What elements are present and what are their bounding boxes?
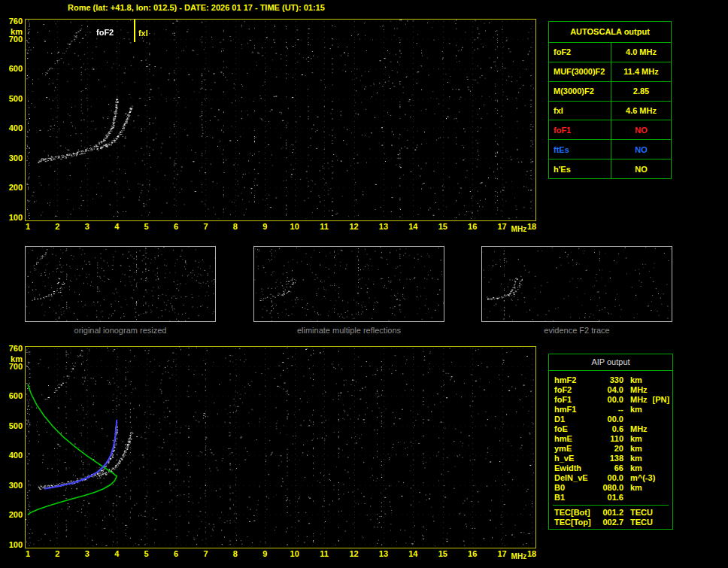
- autoscala-row-value: NO: [611, 159, 671, 178]
- aip-row: ymE20km: [549, 444, 672, 454]
- autoscala-row-label: M(3000)F2: [549, 82, 611, 101]
- autoscala-row-value: 2.85: [611, 82, 671, 101]
- autoscala-row-label: MUF(3000)F2: [549, 62, 611, 81]
- x-tick-label: 2: [55, 550, 59, 558]
- autoscala-row-label: fxI: [549, 102, 611, 120]
- autoscala-row-label: h'Es: [549, 159, 611, 178]
- y-tick-label: 400: [2, 451, 23, 460]
- aip-row-label: hmF2: [549, 375, 601, 385]
- y-tick-label: 700: [2, 35, 23, 44]
- x-tick-label: 2: [55, 223, 59, 231]
- aip-row: foF204.0MHz: [549, 385, 672, 395]
- aip-row-value: 00.0: [601, 473, 623, 483]
- thumbnail-caption-original: original ionogram resized: [25, 326, 216, 335]
- x-tick-label: 16: [468, 550, 477, 558]
- mhz-axis-label: MHz: [511, 225, 527, 233]
- thumbnail-no-multiple-reflections: [253, 246, 444, 322]
- aip-row-label: TEC[Bot]: [549, 508, 601, 518]
- aip-row-label: foE: [549, 424, 601, 434]
- aip-row-value: 00.0: [601, 395, 623, 405]
- aip-row-unit: km: [623, 454, 642, 463]
- aip-table-title: AIP output: [549, 354, 672, 371]
- thumbnail-f2-trace-canvas: [482, 247, 672, 321]
- autoscala-row-label: foF2: [549, 43, 611, 62]
- aip-row-label: D1: [549, 415, 601, 424]
- aip-row: Ewidth66km: [549, 463, 672, 473]
- y-tick-label: 300: [2, 481, 23, 490]
- aip-row-extra: [PN]: [648, 395, 670, 405]
- km-axis-label: km: [2, 28, 23, 36]
- aip-row: h_vE138km: [549, 454, 672, 463]
- aip-row-unit: km: [623, 405, 642, 415]
- autoscala-row-label: ftEs: [549, 140, 611, 159]
- aip-row: B0080.0km: [549, 483, 672, 493]
- x-tick-label: 13: [379, 223, 388, 231]
- y-tick-label: 600: [2, 65, 23, 73]
- x-tick-label: 15: [438, 550, 447, 558]
- aip-row: foE0.6MHz: [549, 424, 672, 434]
- aip-row-value: --: [601, 405, 623, 415]
- x-tick-label: 18: [527, 550, 536, 558]
- x-tick-label: 15: [438, 223, 447, 231]
- y-tick-label: 100: [2, 541, 23, 549]
- aip-row-value: 04.0: [601, 385, 623, 395]
- aip-row: B101.6: [549, 493, 672, 503]
- x-tick-label: 3: [85, 223, 89, 231]
- aip-row-value: 001.2: [601, 508, 623, 518]
- aip-row-unit: m^(-3): [623, 473, 655, 483]
- y-tick-label: 300: [2, 154, 23, 163]
- autoscala-table-title: AUTOSCALA output: [549, 22, 671, 43]
- aip-row: foF100.0MHz[PN]: [549, 395, 672, 405]
- autoscala-output-table: AUTOSCALA output foF24.0 MHzMUF(3000)F21…: [548, 21, 672, 179]
- y-tick-label: 400: [2, 124, 23, 132]
- aip-row-unit: MHz: [623, 385, 648, 395]
- aip-row-unit: km: [623, 434, 642, 444]
- aip-row: hmE110km: [549, 434, 672, 444]
- app-title: Rome (lat: +41.8, lon: 012.5) - DATE: 20…: [68, 3, 325, 12]
- x-tick-label: 11: [320, 550, 329, 558]
- autoscala-table-rows: foF24.0 MHzMUF(3000)F211.4 MHzM(3000)F22…: [549, 43, 671, 178]
- autoscala-row: ftEsNO: [549, 140, 671, 159]
- x-tick-label: 10: [290, 223, 299, 231]
- top-ionogram-canvas: [26, 20, 534, 219]
- y-tick-label: 500: [2, 95, 23, 103]
- aip-row-label: TEC[Top]: [549, 518, 601, 527]
- x-tick-label: 7: [203, 550, 208, 558]
- x-tick-label: 4: [114, 223, 119, 231]
- x-tick-label: 11: [320, 223, 329, 231]
- aip-row-label: h_vE: [549, 454, 601, 463]
- x-tick-label: 9: [262, 550, 267, 558]
- y-tick-label: 700: [2, 363, 23, 371]
- aip-table-rows: hmF2330kmfoF204.0MHzfoF100.0MHz[PN]hmF1-…: [549, 371, 672, 527]
- x-tick-label: 16: [468, 223, 477, 231]
- x-tick-label: 8: [233, 550, 238, 558]
- aip-row-unit: MHz: [623, 424, 648, 434]
- aip-row: hmF2330km: [549, 375, 672, 385]
- x-tick-label: 5: [144, 550, 149, 558]
- y-tick-label: 760: [2, 345, 23, 353]
- thumbnail-original-ionogram: [25, 246, 216, 322]
- aip-row-value: 66: [601, 463, 623, 473]
- autoscala-row-value: 11.4 MHz: [611, 62, 671, 81]
- autoscala-row-value: 4.0 MHz: [611, 43, 671, 62]
- x-tick-label: 8: [233, 223, 238, 231]
- autoscala-screen: { "header": { "title": "Rome (lat: +41.8…: [0, 0, 728, 568]
- aip-row-label: B1: [549, 493, 601, 503]
- aip-row-value: 080.0: [601, 483, 623, 493]
- aip-row: D100.0: [549, 415, 672, 424]
- y-tick-label: 100: [2, 214, 23, 222]
- aip-row-value: 002.7: [601, 518, 623, 527]
- aip-row-label: foF2: [549, 385, 601, 395]
- aip-row-unit: MHz: [623, 395, 648, 405]
- aip-row-label: foF1: [549, 395, 601, 405]
- x-tick-label: 4: [114, 550, 119, 558]
- aip-row-value: 110: [601, 434, 623, 444]
- aip-row-label: Ewidth: [549, 463, 601, 473]
- x-tick-label: 7: [203, 223, 208, 231]
- km-axis-label: km: [2, 355, 23, 363]
- x-tick-label: 5: [144, 223, 149, 231]
- x-tick-label: 17: [497, 223, 506, 231]
- aip-row-value: 01.6: [601, 493, 623, 503]
- aip-row-unit: TECU: [623, 518, 653, 527]
- autoscala-row-value: NO: [611, 120, 671, 139]
